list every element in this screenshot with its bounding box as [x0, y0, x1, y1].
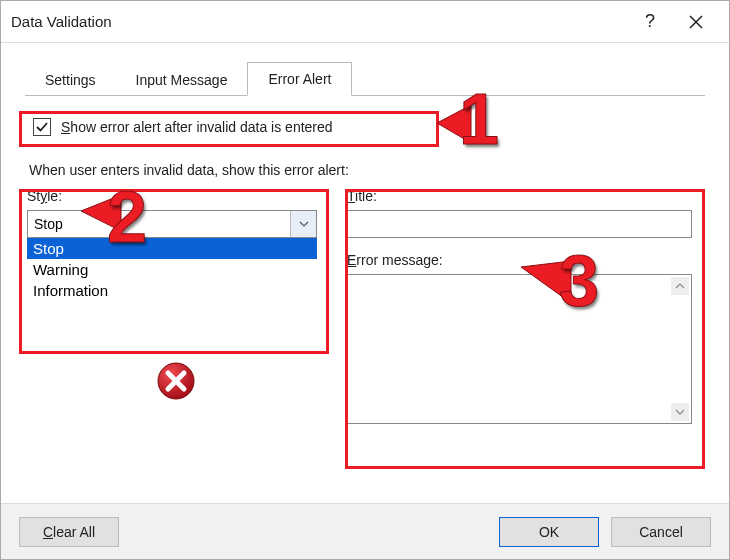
show-error-alert-checkbox[interactable] — [33, 118, 51, 136]
scroll-up-button[interactable] — [671, 277, 689, 295]
style-dropdown-list: Stop Warning Information — [27, 238, 317, 301]
style-dropdown-value: Stop — [28, 216, 290, 232]
style-dropdown-arrow[interactable] — [290, 211, 316, 237]
help-button[interactable]: ? — [627, 1, 673, 43]
error-message-textarea[interactable] — [347, 274, 692, 424]
check-icon — [35, 120, 49, 134]
tab-settings[interactable]: Settings — [25, 64, 116, 96]
clear-all-button[interactable]: Clear All — [19, 517, 119, 547]
show-error-alert-label: Show error alert after invalid data is e… — [61, 119, 333, 135]
chevron-up-icon — [675, 281, 685, 291]
style-option-stop[interactable]: Stop — [27, 238, 317, 259]
style-label: Style: — [27, 188, 327, 204]
style-option-warning[interactable]: Warning — [27, 259, 317, 280]
chevron-down-icon — [299, 219, 309, 229]
tab-error-alert[interactable]: Error Alert — [247, 62, 352, 96]
ok-button[interactable]: OK — [499, 517, 599, 547]
error-message-label: Error message: — [347, 252, 703, 268]
tab-content: Show error alert after invalid data is e… — [17, 96, 713, 424]
section-label: When user enters invalid data, show this… — [29, 162, 703, 178]
title-input[interactable] — [347, 210, 692, 238]
title-bar: Data Validation ? — [1, 1, 729, 43]
scroll-down-button[interactable] — [671, 403, 689, 421]
title-label: Title: — [347, 188, 703, 204]
tab-input-message[interactable]: Input Message — [116, 64, 248, 96]
close-icon — [689, 15, 703, 29]
dialog-window: Data Validation ? Settings Input Message… — [0, 0, 730, 560]
style-option-information[interactable]: Information — [27, 280, 317, 301]
stop-icon — [156, 361, 196, 404]
close-button[interactable] — [673, 1, 719, 43]
chevron-down-icon — [675, 407, 685, 417]
cancel-button[interactable]: Cancel — [611, 517, 711, 547]
style-dropdown[interactable]: Stop — [27, 210, 317, 238]
dialog-title: Data Validation — [11, 13, 627, 30]
dialog-body: Settings Input Message Error Alert Show … — [1, 43, 729, 438]
tab-row: Settings Input Message Error Alert — [25, 61, 705, 96]
show-error-alert-row[interactable]: Show error alert after invalid data is e… — [27, 114, 341, 140]
button-row: Clear All OK Cancel — [1, 503, 729, 559]
